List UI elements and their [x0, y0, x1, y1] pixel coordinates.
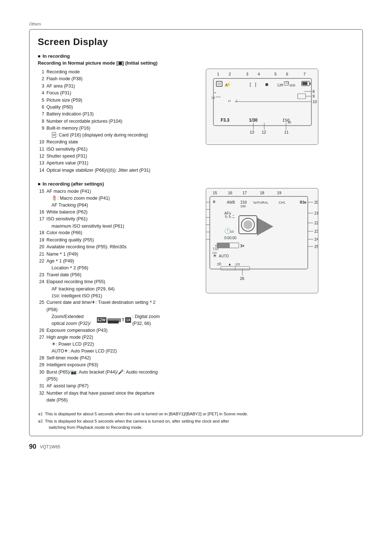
after-settings-list: 15AF macro mode (P41) 🌷: Macro zoom mode…: [38, 188, 161, 404]
svg-text:CH1: CH1: [279, 201, 285, 204]
list-item: 22Age＊1 (P49) Location＊2 (P56): [38, 258, 161, 272]
svg-text:100: 100: [212, 251, 217, 254]
svg-rect-9: [217, 82, 221, 85]
list-item: 17ISO sensitivity (P61) maximum ISO sens…: [38, 216, 161, 229]
list-item: 31AF assist lamp (P67): [38, 383, 161, 390]
recording-diagram: 1 2 3 4 5 6 7 ⚡ A [ ]: [206, 69, 318, 145]
list-item: 1Recording mode: [38, 69, 161, 76]
svg-text:16: 16: [228, 191, 232, 195]
svg-text:ISO: ISO: [240, 200, 247, 204]
list-item: 6Quality (P60): [38, 104, 161, 111]
svg-text:20: 20: [314, 200, 318, 204]
svg-text:AWB: AWB: [227, 200, 235, 204]
list-item: 23Travel date (P56): [38, 272, 161, 278]
page-footer: 90 VQT1W65: [29, 443, 363, 451]
svg-rect-19: [310, 83, 311, 85]
svg-text:NATURAL: NATURAL: [253, 201, 268, 204]
svg-text:100: 100: [240, 204, 246, 208]
list-item: 4Focus (P31): [38, 90, 161, 97]
svg-text:[  ]: [ ]: [249, 82, 257, 87]
list-item: 19Recording quality (P55): [38, 237, 161, 244]
svg-text:F3.3: F3.3: [221, 118, 229, 123]
svg-text:12: 12: [262, 130, 266, 134]
subsection-recording: In recording: [38, 53, 354, 59]
svg-text:±0: ±0: [217, 262, 221, 266]
svg-text:19: 19: [277, 191, 281, 195]
list-item: 13Aperture value (P31): [38, 160, 161, 167]
recording-diagram-col: 1 2 3 4 5 6 7 ⚡ A [ ]: [170, 69, 354, 174]
svg-text:25: 25: [314, 244, 318, 249]
svg-text:↔: ↔: [214, 91, 216, 94]
list-item: 5Picture size (P59): [38, 97, 161, 104]
list-item: 24Elapsed recording time (P55) AF tracki…: [38, 278, 161, 299]
after-settings-diagram-col: 15 16 17 18 19 ⚘ AWB ISO 100 NATURAL CH1: [170, 188, 354, 404]
svg-text:12M: 12M: [277, 83, 283, 87]
list-item: 32Number of days that have passed since …: [38, 390, 161, 404]
note-2: ※2 This is displayed for about 5 seconds…: [38, 418, 354, 431]
list-item: 27High angle mode (P22) ☀: Power LCD (P2…: [38, 334, 161, 355]
after-settings-content-row: 15AF macro mode (P41) 🌷: Macro zoom mode…: [38, 188, 354, 404]
svg-text:1: 1: [217, 72, 219, 76]
list-item: 15AF macro mode (P41) 🌷: Macro zoom mode…: [38, 188, 161, 209]
svg-text:▲: ▲: [228, 262, 232, 266]
list-item: 3AF area (P31): [38, 83, 161, 90]
page-label: Others: [29, 22, 363, 26]
svg-text:30: 30: [287, 121, 291, 124]
list-item: 16White balance (P62): [38, 209, 161, 216]
svg-text:7: 7: [303, 72, 306, 76]
recording-content-row: 1Recording mode 2Flash mode (P38) 3AF ar…: [38, 69, 354, 174]
svg-text:3×: 3×: [240, 244, 245, 248]
notes-section: ※1 This is displayed for about 5 seconds…: [38, 411, 354, 431]
svg-text:ももこ: ももこ: [224, 214, 235, 218]
svg-text:24: 24: [314, 237, 318, 241]
svg-text:23: 23: [314, 229, 318, 233]
after-settings-diagram: 15 16 17 18 19 ⚘ AWB ISO 100 NATURAL CH1: [206, 188, 318, 293]
svg-text:0:00:00: 0:00:00: [224, 236, 237, 240]
list-item: 11ISO sensitivity (P61): [38, 146, 161, 153]
after-settings-list-col: 15AF macro mode (P41) 🌷: Macro zoom mode…: [38, 188, 161, 404]
svg-text:1/30: 1/30: [249, 118, 258, 123]
svg-marker-64: [257, 217, 273, 236]
svg-text:⚘: ⚘: [212, 199, 216, 205]
svg-text:22: 22: [314, 221, 318, 225]
svg-text:↵: ↵: [228, 99, 231, 103]
svg-text:↲: ↲: [234, 99, 238, 103]
recording-numbered-list: 1Recording mode 2Flash mode (P38) 3AF ar…: [38, 69, 161, 174]
svg-text:10: 10: [313, 99, 317, 104]
list-item: 9Built-in memory (P16) 🃟: Card (P16) (di…: [38, 125, 161, 139]
svg-text:2: 2: [229, 72, 231, 76]
list-item: 12Shutter speed (P31): [38, 153, 161, 160]
recording-list-col: 1Recording mode 2Flash mode (P38) 3AF ar…: [38, 69, 161, 174]
page-code: VQT1W65: [40, 444, 60, 449]
note-1: ※1 This is displayed for about 5 seconds…: [38, 411, 354, 417]
list-item: 8Number of recordable pictures (P104): [38, 118, 161, 125]
svg-text:15: 15: [213, 191, 217, 195]
list-item: 30Burst (P65)/📷: Auto bracket (P44)/🎤: A…: [38, 369, 161, 383]
svg-text:R3e: R3e: [300, 200, 307, 204]
svg-text:AUTO: AUTO: [219, 254, 229, 258]
svg-text:17: 17: [242, 191, 247, 195]
list-item: 21Name＊1 (P49): [38, 251, 161, 258]
svg-rect-20: [302, 82, 307, 85]
svg-rect-78: [217, 243, 230, 248]
list-item: 25Current date and time/✈: Travel destin…: [38, 299, 161, 327]
list-item: 7Battery indication (P13): [38, 111, 161, 118]
list-item: 20Available recording time (P55): R8m30s: [38, 244, 161, 250]
list-item: 10Recording state: [38, 139, 161, 146]
svg-text:5: 5: [274, 72, 277, 76]
svg-text:14: 14: [211, 96, 215, 99]
page-title: Screen Display: [38, 36, 354, 48]
svg-point-13: [265, 83, 268, 86]
svg-text:13: 13: [250, 130, 254, 134]
svg-point-67: [244, 220, 252, 229]
svg-text:9: 9: [313, 94, 315, 98]
svg-text:ISO: ISO: [213, 247, 219, 251]
svg-rect-26: [298, 94, 306, 99]
subsection-after-settings: In recording (after settings): [38, 181, 354, 187]
svg-text:11: 11: [284, 130, 289, 134]
svg-text:4: 4: [258, 72, 260, 76]
list-item: 29Intelligent exposure (P63): [38, 362, 161, 368]
svg-text:10: 10: [230, 230, 234, 233]
page-number: 90: [29, 443, 36, 451]
list-item: 14Optical image stabilizer (P66)/((ô)): …: [38, 167, 161, 174]
